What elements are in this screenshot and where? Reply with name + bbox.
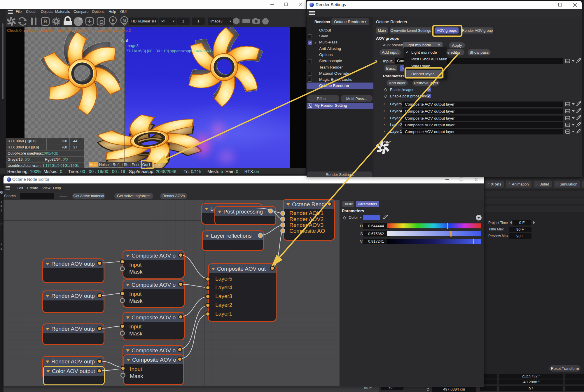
svg-text:R: R <box>43 19 47 24</box>
svg-text:M: M <box>123 18 126 23</box>
svg-text:F: F <box>112 18 114 23</box>
